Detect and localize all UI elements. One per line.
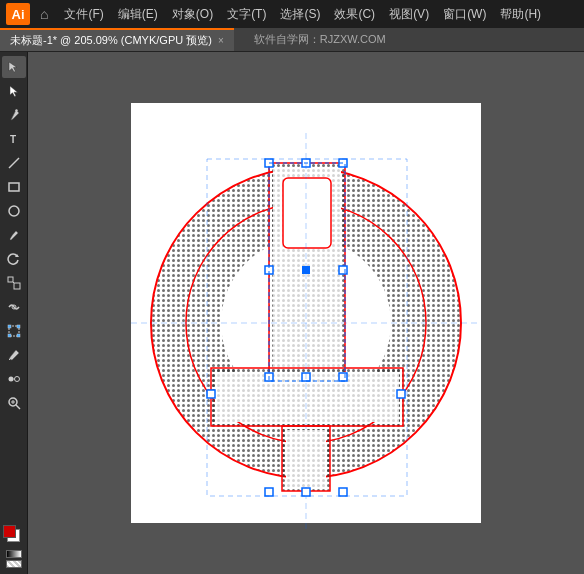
scale-tool[interactable] bbox=[2, 272, 26, 294]
ellipse-tool[interactable] bbox=[2, 200, 26, 222]
menu-window[interactable]: 窗口(W) bbox=[437, 4, 492, 25]
pen-tool[interactable] bbox=[2, 104, 26, 126]
svg-rect-40 bbox=[339, 266, 347, 274]
svg-rect-53 bbox=[339, 488, 347, 496]
select-tool[interactable] bbox=[2, 56, 26, 78]
menu-object[interactable]: 对象(O) bbox=[166, 4, 219, 25]
menu-bar: 文件(F) 编辑(E) 对象(O) 文字(T) 选择(S) 效果(C) 视图(V… bbox=[58, 4, 547, 25]
eyedropper-tool[interactable] bbox=[2, 344, 26, 366]
svg-rect-51 bbox=[265, 488, 273, 496]
svg-text:T: T bbox=[10, 134, 16, 145]
tab-label: 未标题-1* @ 205.09% (CMYK/GPU 预览) bbox=[10, 33, 212, 48]
svg-point-0 bbox=[15, 109, 17, 111]
gradient-swatch[interactable] bbox=[6, 550, 22, 558]
svg-rect-6 bbox=[8, 277, 13, 282]
svg-rect-43 bbox=[339, 373, 347, 381]
active-tab[interactable]: 未标题-1* @ 205.09% (CMYK/GPU 预览) × bbox=[0, 28, 234, 51]
svg-line-20 bbox=[16, 405, 20, 409]
home-icon[interactable]: ⌂ bbox=[36, 4, 52, 24]
brush-tool[interactable] bbox=[2, 224, 26, 246]
free-transform-tool[interactable] bbox=[2, 320, 26, 342]
tab-bar: 未标题-1* @ 205.09% (CMYK/GPU 预览) × 软件自学网：R… bbox=[0, 28, 584, 52]
tab-right-label: 软件自学网：RJZXW.COM bbox=[246, 32, 394, 47]
svg-rect-14 bbox=[17, 334, 20, 337]
color-swatches bbox=[3, 525, 25, 574]
rectangle-tool[interactable] bbox=[2, 176, 26, 198]
svg-point-17 bbox=[14, 377, 19, 382]
svg-rect-35 bbox=[283, 178, 331, 248]
canvas-area[interactable] bbox=[28, 52, 584, 574]
main-area: T bbox=[0, 52, 584, 574]
svg-rect-3 bbox=[9, 183, 19, 191]
svg-line-2 bbox=[9, 158, 19, 168]
menu-select[interactable]: 选择(S) bbox=[274, 4, 326, 25]
none-swatch[interactable] bbox=[6, 560, 22, 568]
title-bar: Ai ⌂ 文件(F) 编辑(E) 对象(O) 文字(T) 选择(S) 效果(C)… bbox=[0, 0, 584, 28]
rotate-tool[interactable] bbox=[2, 248, 26, 270]
stroke-fill-indicator[interactable] bbox=[3, 525, 25, 547]
menu-edit[interactable]: 编辑(E) bbox=[112, 4, 164, 25]
svg-rect-55 bbox=[397, 390, 405, 398]
menu-text[interactable]: 文字(T) bbox=[221, 4, 272, 25]
svg-rect-7 bbox=[14, 283, 20, 289]
svg-rect-13 bbox=[8, 334, 11, 337]
blend-tool[interactable] bbox=[2, 368, 26, 390]
artwork bbox=[91, 83, 521, 543]
type-tool[interactable]: T bbox=[2, 128, 26, 150]
warp-tool[interactable] bbox=[2, 296, 26, 318]
svg-rect-47 bbox=[302, 266, 310, 274]
zoom-tool[interactable] bbox=[2, 392, 26, 414]
tab-close-button[interactable]: × bbox=[218, 35, 224, 46]
menu-view[interactable]: 视图(V) bbox=[383, 4, 435, 25]
svg-rect-54 bbox=[207, 390, 215, 398]
menu-file[interactable]: 文件(F) bbox=[58, 4, 109, 25]
menu-help[interactable]: 帮助(H) bbox=[494, 4, 547, 25]
line-tool[interactable] bbox=[2, 152, 26, 174]
svg-rect-12 bbox=[17, 325, 20, 328]
direct-select-tool[interactable] bbox=[2, 80, 26, 102]
svg-point-16 bbox=[8, 377, 13, 382]
svg-line-8 bbox=[13, 282, 14, 283]
menu-effect[interactable]: 效果(C) bbox=[328, 4, 381, 25]
svg-rect-52 bbox=[302, 488, 310, 496]
left-toolbar: T bbox=[0, 52, 28, 574]
svg-point-4 bbox=[9, 206, 19, 216]
ai-logo: Ai bbox=[6, 3, 30, 25]
svg-rect-50 bbox=[286, 430, 326, 487]
svg-rect-11 bbox=[8, 325, 11, 328]
